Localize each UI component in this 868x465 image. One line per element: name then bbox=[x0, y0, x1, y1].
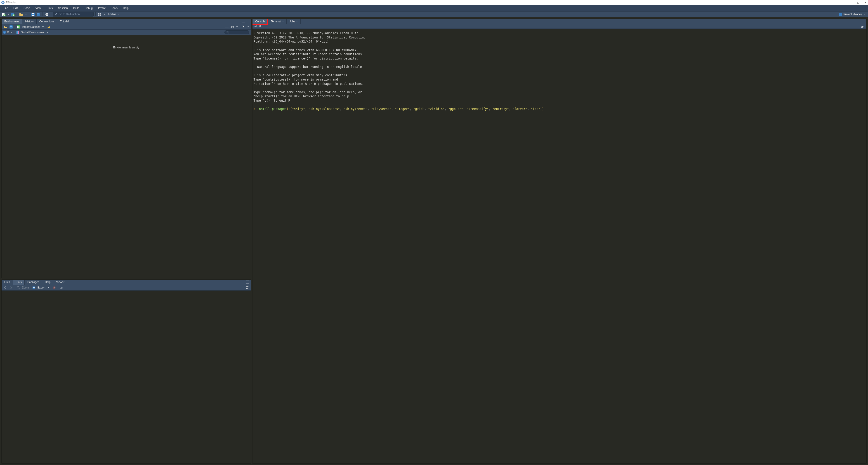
svg-rect-18 bbox=[10, 26, 12, 27]
plot-next-button[interactable] bbox=[9, 285, 13, 290]
goto-file-function-input[interactable]: Go to file/function bbox=[53, 12, 94, 17]
plot-zoom-button[interactable]: Zoom bbox=[22, 286, 29, 289]
pane-minimize-icon[interactable] bbox=[242, 21, 245, 22]
clear-workspace-button[interactable] bbox=[46, 25, 51, 29]
addins-label: Addins bbox=[108, 13, 116, 16]
plot-export-button[interactable]: Export bbox=[37, 286, 45, 289]
menu-build[interactable]: Build bbox=[70, 5, 82, 11]
tab-label: Plots bbox=[16, 281, 22, 284]
project-selector[interactable]: Project: (None) bbox=[839, 13, 867, 16]
console-popout-icon[interactable] bbox=[258, 25, 261, 28]
tab-label: Help bbox=[45, 281, 51, 284]
tab-connections[interactable]: Connections bbox=[37, 19, 57, 24]
new-project-button[interactable] bbox=[10, 12, 15, 17]
token-comma: , bbox=[527, 107, 531, 111]
pane-maximize-icon[interactable] bbox=[862, 20, 865, 23]
tab-tutorial[interactable]: Tutorial bbox=[57, 19, 72, 24]
menu-debug[interactable]: Debug bbox=[82, 5, 95, 11]
tab-plots[interactable]: Plots bbox=[13, 280, 25, 285]
save-button[interactable] bbox=[31, 12, 35, 17]
search-icon bbox=[226, 31, 229, 33]
svg-rect-6 bbox=[32, 15, 34, 16]
open-recent-caret-icon[interactable] bbox=[24, 13, 27, 16]
grid-view-button[interactable] bbox=[97, 12, 102, 17]
pane-maximize-icon[interactable] bbox=[246, 281, 249, 284]
tab-packages[interactable]: Packages bbox=[25, 280, 42, 285]
token-paren: ) bbox=[542, 107, 544, 111]
pane-maximize-icon[interactable] bbox=[246, 20, 249, 23]
maximize-button[interactable]: □ bbox=[857, 1, 859, 4]
tab-console[interactable]: Console bbox=[252, 19, 268, 24]
tab-terminal[interactable]: Terminal× bbox=[268, 19, 287, 24]
project-caret-icon bbox=[863, 13, 866, 16]
list-view-button[interactable]: List bbox=[230, 25, 234, 29]
menu-view[interactable]: View bbox=[33, 5, 44, 11]
plot-clear-all-button[interactable] bbox=[59, 285, 64, 290]
language-caret-icon bbox=[10, 31, 13, 34]
menu-profile[interactable]: Profile bbox=[95, 5, 108, 11]
tab-help[interactable]: Help bbox=[42, 280, 54, 285]
minimize-button[interactable]: ― bbox=[849, 1, 852, 4]
plot-refresh-button[interactable] bbox=[245, 285, 249, 290]
tab-viewer[interactable]: Viewer bbox=[53, 280, 67, 285]
token-string: "ggpubr" bbox=[448, 107, 463, 111]
refresh-caret-icon[interactable] bbox=[247, 25, 249, 29]
close-button[interactable]: ✕ bbox=[864, 1, 867, 4]
plots-body bbox=[2, 291, 251, 463]
token-string: "fpc" bbox=[531, 107, 540, 111]
export-caret-icon[interactable] bbox=[46, 286, 49, 289]
plot-remove-button[interactable] bbox=[52, 285, 57, 290]
list-caret-icon[interactable] bbox=[235, 25, 238, 29]
global-toolbar: Go to file/function Addins Project: (Non… bbox=[0, 11, 868, 17]
menu-tools[interactable]: Tools bbox=[108, 5, 120, 11]
tab-jobs[interactable]: Jobs× bbox=[287, 19, 301, 24]
grid-view-caret-icon[interactable] bbox=[103, 13, 105, 16]
menu-session[interactable]: Session bbox=[55, 5, 70, 11]
plot-prev-button[interactable] bbox=[3, 285, 7, 290]
pane-minimize-icon[interactable] bbox=[242, 281, 245, 283]
console-clear-button[interactable] bbox=[860, 24, 865, 29]
environment-scope-selector[interactable]: Global Environment bbox=[16, 31, 49, 34]
svg-rect-11 bbox=[46, 13, 48, 14]
tab-history[interactable]: History bbox=[22, 19, 36, 24]
menu-code[interactable]: Code bbox=[21, 5, 33, 11]
tab-environment[interactable]: Environment bbox=[2, 19, 22, 24]
console-input-line[interactable]: > install.packages(c("shiny", "shinycssl… bbox=[253, 107, 864, 111]
svg-text:R: R bbox=[4, 31, 5, 33]
refresh-env-button[interactable] bbox=[241, 25, 245, 29]
environment-search-input[interactable] bbox=[224, 30, 249, 34]
menu-edit[interactable]: Edit bbox=[11, 5, 21, 11]
main-menubar: FileEditCodeViewPlotsSessionBuildDebugPr… bbox=[0, 5, 868, 11]
print-button[interactable] bbox=[44, 12, 49, 17]
new-file-caret-icon[interactable] bbox=[7, 13, 9, 16]
import-dataset-icon[interactable] bbox=[16, 25, 21, 29]
svg-rect-16 bbox=[100, 14, 101, 16]
language-selector[interactable]: R R bbox=[3, 31, 13, 34]
console-subbar: ~/ bbox=[252, 24, 866, 29]
environment-body: Environment is empty bbox=[2, 35, 251, 278]
addins-menu[interactable]: Addins bbox=[106, 13, 121, 16]
environment-empty-text: Environment is empty bbox=[113, 46, 139, 49]
token-function: install.packages bbox=[257, 107, 287, 111]
global-env-icon bbox=[16, 31, 20, 34]
menu-plots[interactable]: Plots bbox=[44, 5, 56, 11]
token-string: "farver" bbox=[513, 107, 527, 111]
console-pane: ConsoleTerminal×Jobs× ~/ R version 4.0.3… bbox=[252, 19, 867, 464]
svg-rect-31 bbox=[60, 287, 63, 289]
save-all-button[interactable] bbox=[36, 12, 41, 17]
token-string: "entropy" bbox=[492, 107, 509, 111]
open-file-button[interactable] bbox=[19, 12, 23, 17]
menu-help[interactable]: Help bbox=[120, 5, 131, 11]
console-output[interactable]: R version 4.0.3 (2020-10-10) -- "Bunny-W… bbox=[252, 29, 866, 463]
tab-close-icon[interactable]: × bbox=[282, 20, 284, 23]
rstudio-logo-icon: R bbox=[1, 1, 4, 4]
menu-file[interactable]: File bbox=[1, 5, 11, 11]
load-workspace-button[interactable] bbox=[3, 25, 7, 29]
token-comma: , bbox=[424, 107, 428, 111]
tab-close-icon[interactable]: × bbox=[296, 20, 298, 23]
save-workspace-button[interactable] bbox=[9, 25, 13, 29]
import-dataset-button[interactable]: Import Dataset bbox=[22, 25, 40, 29]
import-dataset-caret-icon[interactable] bbox=[41, 25, 44, 29]
new-file-button[interactable] bbox=[1, 12, 6, 17]
tab-files[interactable]: Files bbox=[2, 280, 13, 285]
